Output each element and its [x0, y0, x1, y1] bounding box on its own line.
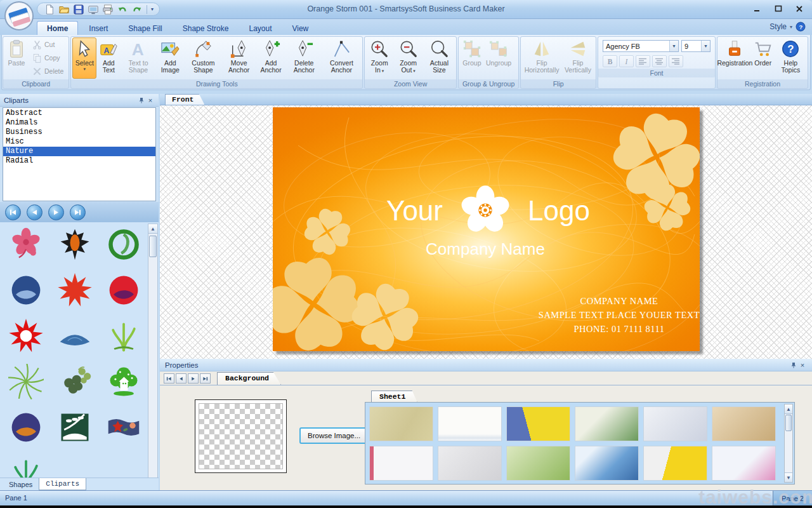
card-info-line-3[interactable]: PHONE: 01 7111 8111 [573, 324, 664, 334]
tab-front[interactable]: Front [165, 94, 205, 105]
clipart-cherry-blossom[interactable] [4, 226, 49, 263]
style-menu[interactable]: Style ▾ ? [769, 22, 806, 32]
last-record-button[interactable] [200, 373, 211, 384]
background-thumbnail-pink-flower-stripes[interactable] [712, 446, 776, 481]
pin-icon[interactable] [789, 361, 798, 370]
scroll-up-icon[interactable]: ▲ [148, 224, 157, 234]
tab-view[interactable]: View [282, 22, 318, 35]
background-thumbnail-green-money[interactable] [575, 406, 639, 441]
maximize-button[interactable] [772, 4, 785, 13]
next-page-button[interactable] [48, 204, 64, 220]
clipart-grass-blades[interactable] [101, 318, 146, 354]
next-record-button[interactable] [188, 373, 199, 384]
clipart-bird-of-paradise[interactable] [4, 272, 49, 309]
background-preview[interactable] [195, 399, 287, 473]
tab-home[interactable]: Home [37, 21, 78, 35]
delete-anchor-button[interactable]: Delete Anchor [286, 37, 322, 79]
category-misc[interactable]: Misc [3, 137, 155, 147]
font-size-select[interactable]: 9▼ [681, 40, 710, 52]
zoom-in-button[interactable]: Zoom In ▾ [366, 37, 393, 79]
actual-size-button[interactable]: Actual Size [424, 37, 455, 79]
clipart-nature-scene[interactable] [4, 409, 49, 446]
close-panel-icon[interactable]: × [146, 96, 155, 105]
first-page-button[interactable] [5, 204, 21, 220]
scroll-down-icon[interactable]: ▼ [785, 472, 792, 482]
category-radial[interactable]: Radial [3, 156, 155, 166]
clipart-flower-face[interactable] [101, 272, 146, 309]
tab-cliparts[interactable]: Cliparts [39, 478, 86, 490]
clipart-clover-leaves[interactable] [53, 363, 98, 400]
registration-button[interactable]: Registration [719, 37, 751, 79]
tab-shape-fill[interactable]: Shape Fill [119, 22, 171, 35]
pin-icon[interactable] [137, 96, 146, 105]
clipart-autumn-flag[interactable] [101, 409, 146, 446]
card-company-name[interactable]: Company Name [426, 239, 545, 258]
button-label: Zoom In ▾ [368, 60, 391, 74]
card-logo-text-left[interactable]: Your [386, 195, 443, 226]
previous-record-button[interactable] [176, 373, 187, 384]
help-topics-button[interactable]: ?Help Topics [775, 37, 806, 79]
add-text-button[interactable]: AAdd Text [96, 37, 121, 79]
card-info-line-2[interactable]: SAMPLE TEXT PLACE YOUER TEXT [539, 310, 700, 320]
minimize-button[interactable] [751, 4, 764, 13]
zoom-out-button[interactable]: Zoom Out ▾ [393, 37, 424, 79]
background-thumbnail-white-calc-pink-stripe[interactable] [369, 446, 433, 481]
category-nature[interactable]: Nature [3, 147, 155, 156]
move-anchor-button[interactable]: Move Anchor [222, 37, 256, 79]
app-logo-icon[interactable] [4, 1, 34, 30]
business-card-front[interactable]: Your Logo Company Name COMPANY NAME SAMP… [273, 107, 700, 351]
convert-anchor-button[interactable]: Convert Anchor [322, 37, 362, 79]
clipart-red-petal-burst[interactable] [53, 272, 98, 309]
background-thumbnail-blue-vase-yellow[interactable] [506, 406, 570, 441]
font-family-select[interactable]: Agency FB▼ [603, 40, 679, 52]
clipart-rice-field[interactable] [53, 409, 98, 446]
tab-background[interactable]: Background [217, 372, 281, 385]
design-canvas[interactable]: Your Logo Company Name COMPANY NAME SAMP… [160, 105, 812, 359]
svg-text:A: A [104, 46, 110, 55]
browse-image-button[interactable]: Browse Image... [299, 427, 369, 444]
tab-shapes[interactable]: Shapes [3, 478, 39, 490]
clipart-lizard-ring[interactable] [101, 226, 146, 263]
add-anchor-button[interactable]: Add Anchor [256, 37, 286, 79]
category-animals[interactable]: Animals [3, 118, 155, 128]
tab-sheet1[interactable]: Sheet1 [371, 391, 417, 403]
background-thumbnail-stacked-coins-sepia[interactable] [712, 406, 776, 441]
clipart-scrollbar[interactable]: ▲ ▼ [148, 224, 158, 508]
background-thumbnail-blue-money[interactable] [575, 446, 639, 481]
group-label: Font [598, 69, 715, 77]
add-image-button[interactable]: Add Image [156, 37, 185, 79]
scrollbar-thumb[interactable] [785, 415, 792, 431]
category-abstract[interactable]: Abstract [3, 109, 155, 118]
tab-shape-stroke[interactable]: Shape Stroke [173, 22, 239, 35]
scroll-up-icon[interactable]: ▲ [785, 404, 792, 414]
clipart-sun-face[interactable] [4, 318, 49, 354]
clipart-maple-leaf[interactable] [53, 226, 98, 263]
clipart-tree-house[interactable] [101, 363, 146, 400]
background-thumbnail-beige-map-texture[interactable] [369, 406, 433, 441]
custom-shape-button[interactable]: Custom Shape [185, 37, 222, 79]
clipart-pond-leaf[interactable] [53, 318, 98, 354]
clipart-spiral-burst[interactable] [4, 363, 49, 400]
background-thumbnail-green-buttons[interactable] [506, 446, 570, 481]
first-record-button[interactable] [164, 373, 174, 384]
scrollbar-thumb[interactable] [149, 236, 157, 257]
close-button[interactable] [793, 4, 806, 13]
gallery-scrollbar[interactable]: ▲ ▼ [784, 404, 793, 483]
category-business[interactable]: Business [3, 128, 155, 137]
clipart-category-list[interactable]: AbstractAnimalsBusinessMiscNatureRadial [3, 107, 156, 201]
previous-page-button[interactable] [27, 204, 43, 220]
background-thumbnail-gray-sketch[interactable] [438, 446, 502, 481]
last-page-button[interactable] [70, 204, 86, 220]
card-info-line-1[interactable]: COMPANY NAME [580, 296, 658, 306]
close-panel-icon[interactable]: × [798, 361, 807, 370]
status-bar: Pane 1 Pane 2 [0, 490, 812, 505]
order-button[interactable]: Order [751, 37, 775, 79]
tab-layout[interactable]: Layout [239, 22, 281, 35]
card-logo-text-right[interactable]: Logo [528, 195, 590, 226]
background-thumbnail-yellow-calculator[interactable] [643, 446, 707, 481]
select-button[interactable]: Select▾ [72, 37, 96, 79]
background-thumbnail-calculator-keys-faint[interactable] [643, 406, 707, 441]
help-icon[interactable]: ? [796, 22, 806, 32]
background-thumbnail-coin-sketch-white[interactable] [438, 406, 502, 441]
tab-insert[interactable]: Insert [79, 22, 117, 35]
